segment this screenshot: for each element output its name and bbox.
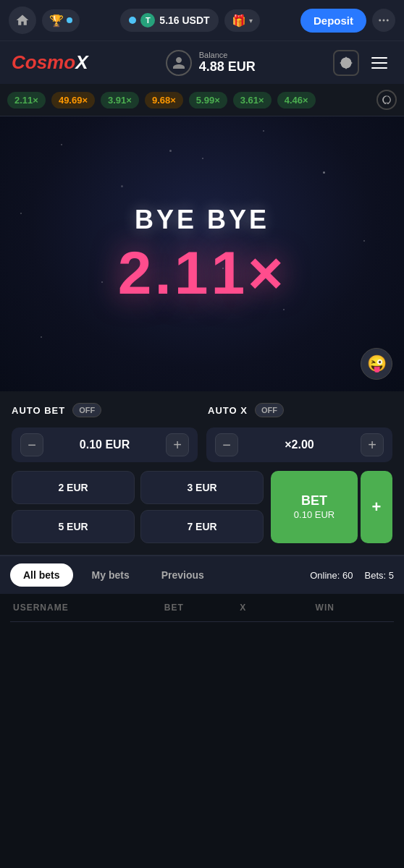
- svg-point-0: [379, 20, 381, 22]
- hamburger-line: [371, 62, 387, 64]
- tab-all-bets[interactable]: All bets: [10, 563, 73, 587]
- avatar-button[interactable]: [166, 50, 192, 76]
- amounts-and-bet: 2 EUR 3 EUR 5 EUR 7 EUR BET 0.10 EUR +: [12, 471, 392, 543]
- th-username: USERNAME: [13, 603, 164, 613]
- bet-main-button[interactable]: BET 0.10 EUR: [271, 471, 358, 543]
- th-win: WIN: [316, 603, 391, 613]
- quick-btn-3eur[interactable]: 3 EUR: [140, 471, 264, 504]
- hamburger-button[interactable]: [366, 50, 392, 76]
- logo-cosmo: Cosmo: [12, 51, 75, 73]
- mult-badge-6[interactable]: 3.61×: [233, 92, 272, 109]
- logo-x: X: [75, 51, 88, 73]
- quick-btn-5eur[interactable]: 5 EUR: [12, 510, 135, 543]
- auto-x-label: AUTO X: [208, 405, 248, 416]
- auto-x-toggle[interactable]: OFF: [255, 403, 284, 417]
- bet-amount-group: − 0.10 EUR +: [12, 427, 198, 462]
- mult-badge-1[interactable]: 2.11×: [7, 92, 46, 109]
- chevron-down-icon: ▾: [249, 17, 253, 25]
- online-count: 60: [342, 570, 353, 581]
- bets-stat: Bets: 5: [365, 570, 394, 581]
- table-body: [10, 622, 394, 810]
- bet-button-group: BET 0.10 EUR +: [271, 471, 392, 543]
- tab-my-bets[interactable]: My bets: [79, 563, 143, 587]
- bets-label: Bets:: [365, 570, 387, 581]
- hamburger-line: [371, 57, 387, 59]
- mult-badge-3[interactable]: 3.91×: [101, 92, 139, 109]
- auto-x-increase[interactable]: +: [361, 433, 384, 456]
- mult-badge-2[interactable]: 49.69×: [51, 92, 95, 109]
- mult-badge-5[interactable]: 5.99×: [189, 92, 227, 109]
- tabs-row: All bets My bets Previous Online: 60 Bet…: [0, 555, 404, 594]
- bets-count: 5: [389, 570, 394, 581]
- bet-amount-increase[interactable]: +: [166, 433, 189, 456]
- bet-label: BET: [301, 493, 327, 509]
- settings-button[interactable]: [333, 50, 359, 76]
- logo: CosmoX: [12, 51, 88, 74]
- quick-btn-7eur[interactable]: 7 EUR: [140, 510, 264, 543]
- balance-area: Balance 4.88 EUR: [166, 50, 256, 76]
- th-bet: BET: [164, 603, 240, 613]
- multiplier-ticker: 2.11× 49.69× 3.91× 9.68× 5.99× 3.61× 4.4…: [0, 84, 404, 116]
- online-stat: Online: 60: [310, 570, 353, 581]
- usdt-dot: [129, 17, 136, 24]
- auto-x-decrease[interactable]: −: [215, 433, 238, 456]
- bets-table: USERNAME BET X WIN: [0, 594, 404, 810]
- balance-value: 4.88 EUR: [199, 59, 256, 75]
- auto-bet-label: AUTO BET: [12, 405, 65, 416]
- bet-plus-button[interactable]: +: [361, 471, 392, 543]
- amount-row: − 0.10 EUR + − ×2.00 +: [12, 427, 392, 462]
- game-area: BYE BYE 2.11× 😜: [0, 116, 404, 391]
- tab-stats: Online: 60 Bets: 5: [310, 570, 394, 581]
- svg-point-2: [387, 20, 389, 22]
- auto-row: AUTO BET OFF AUTO X OFF: [12, 403, 392, 417]
- bye-bye-text: BYE BYE: [135, 205, 269, 235]
- trophy-button[interactable]: 🏆: [42, 9, 80, 32]
- bet-amount-sub: 0.10 EUR: [294, 509, 334, 522]
- table-header: USERNAME BET X WIN: [10, 594, 394, 622]
- auto-bet-toggle[interactable]: OFF: [72, 403, 101, 417]
- mult-badge-4[interactable]: 9.68×: [145, 92, 183, 109]
- balance-info: Balance 4.88 EUR: [199, 51, 256, 75]
- emoji-button[interactable]: 😜: [361, 348, 392, 380]
- auto-x-value: ×2.00: [247, 438, 352, 451]
- bet-amount-value: 0.10 EUR: [52, 438, 157, 451]
- hamburger-line: [371, 67, 387, 69]
- balance-widget: T 5.16 USDT 🎁 ▾: [120, 9, 259, 32]
- top-menu-button[interactable]: [372, 9, 395, 32]
- auto-bet-group: AUTO BET OFF: [12, 403, 196, 417]
- bet-controls: AUTO BET OFF AUTO X OFF − 0.10 EUR + − ×…: [0, 391, 404, 555]
- tab-previous[interactable]: Previous: [148, 563, 217, 587]
- brand-right: [333, 50, 392, 76]
- online-label: Online:: [310, 570, 340, 581]
- auto-x-amount-group: − ×2.00 +: [206, 427, 392, 462]
- home-button[interactable]: [9, 7, 36, 34]
- mult-badge-7[interactable]: 4.46×: [277, 92, 316, 109]
- history-clock-button[interactable]: [376, 90, 397, 110]
- quick-btn-2eur[interactable]: 2 EUR: [12, 471, 135, 504]
- svg-point-1: [382, 20, 384, 22]
- trophy-dot: [67, 17, 72, 23]
- brand-bar: CosmoX Balance 4.88 EUR: [0, 41, 404, 84]
- th-x: X: [240, 603, 315, 613]
- balance-label: Balance: [199, 51, 256, 59]
- auto-x-group: AUTO X OFF: [208, 403, 392, 417]
- gift-button[interactable]: 🎁 ▾: [224, 9, 260, 32]
- deposit-button[interactable]: Deposit: [300, 9, 366, 33]
- usdt-amount: 5.16 USDT: [159, 14, 209, 26]
- top-nav: 🏆 T 5.16 USDT 🎁 ▾ Deposit: [0, 0, 404, 41]
- trophy-icon: 🏆: [49, 14, 64, 27]
- usdt-icon: T: [140, 13, 155, 27]
- usdt-balance[interactable]: T 5.16 USDT: [120, 9, 218, 32]
- bet-amount-decrease[interactable]: −: [20, 433, 43, 456]
- gift-icon: 🎁: [232, 14, 246, 27]
- game-multiplier-display: 2.11×: [118, 242, 287, 303]
- quick-amounts: 2 EUR 3 EUR 5 EUR 7 EUR: [12, 471, 264, 543]
